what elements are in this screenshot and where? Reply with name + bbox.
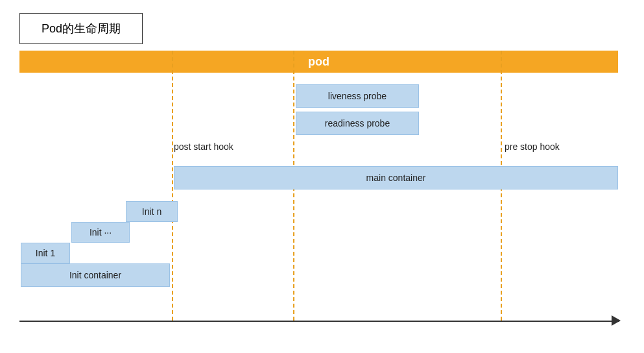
dashed-line-1 (172, 51, 173, 321)
pod-label: pod (308, 55, 329, 69)
title-box: Pod的生命周期 (19, 13, 143, 44)
pre-stop-hook-label: pre stop hook (505, 141, 560, 152)
title-text: Pod的生命周期 (42, 21, 121, 36)
pod-bar: pod (19, 51, 618, 73)
post-start-hook-label: post start hook (174, 141, 233, 152)
arrow-head-icon (612, 315, 621, 326)
timeline-axis (19, 321, 619, 322)
init-n-box: Init n (126, 201, 178, 222)
diagram: Pod的生命周期 pod liveness probe readiness pr… (0, 0, 644, 353)
init1-box: Init 1 (21, 243, 70, 263)
main-container-bar: main container (174, 166, 618, 189)
init-container-bar: Init container (21, 263, 170, 287)
liveness-probe-box: liveness probe (296, 84, 419, 108)
readiness-probe-box: readiness probe (296, 112, 419, 135)
init-dots-box: Init ··· (71, 222, 130, 243)
